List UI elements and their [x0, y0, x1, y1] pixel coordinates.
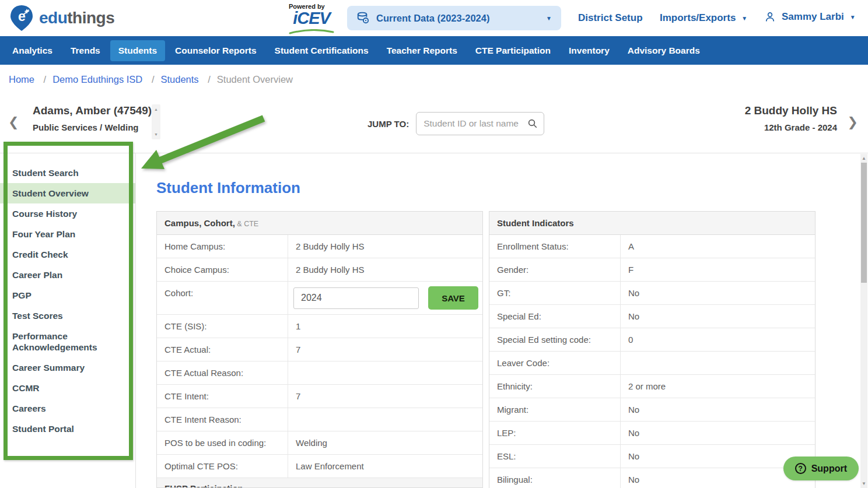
- student-identity: Adams, Amber (47549) Public Services / W…: [33, 104, 152, 132]
- dataset-selector[interactable]: Current Data (2023-2024) ▼: [347, 6, 561, 30]
- table-row: CTE Actual: 7: [157, 338, 482, 361]
- row-value: [288, 361, 482, 384]
- imports-exports-menu[interactable]: Imports/Exports ▼: [660, 12, 747, 24]
- sidebar-item[interactable]: Career Summary: [0, 357, 135, 378]
- student-search-input[interactable]: [424, 118, 527, 129]
- row-label: CTE Actual Reason:: [157, 361, 288, 384]
- breadcrumb-separator: /: [44, 74, 47, 85]
- cohort-edit-cell: SAVE: [288, 282, 484, 314]
- row-label: LEP:: [489, 422, 621, 444]
- support-button[interactable]: ? Support: [783, 457, 859, 480]
- table-row: POS to be used in coding: Welding: [157, 431, 482, 455]
- scroll-up-icon[interactable]: ▲: [860, 156, 867, 161]
- page-scrollbar[interactable]: ▲ ▼: [860, 154, 867, 488]
- table-row: Enrollment Status: A: [489, 235, 815, 258]
- breadcrumb-item[interactable]: Home: [9, 74, 34, 85]
- table-row: CTE Actual Reason:: [157, 361, 482, 385]
- table-row: ESL: No: [489, 445, 815, 468]
- eduthings-logo[interactable]: e eduthings: [9, 5, 114, 31]
- scroll-up-icon[interactable]: ▲: [152, 107, 160, 111]
- breadcrumb-item[interactable]: Demo Eduthings ISD: [52, 74, 142, 85]
- sidebar-item[interactable]: Student Portal: [0, 419, 135, 439]
- previous-student-button[interactable]: ❮: [8, 116, 19, 129]
- row-value: F: [621, 258, 815, 281]
- nav-tab[interactable]: Advisory Boards: [620, 40, 708, 61]
- icev-swoosh: [289, 29, 334, 34]
- table-row: Choice Campus: 2 Buddy Holly HS: [157, 258, 482, 282]
- sidebar-item[interactable]: Student Search: [0, 163, 135, 183]
- row-value: [621, 352, 815, 374]
- campus-cohort-table-header: Campus, Cohort, & CTE: [157, 212, 482, 235]
- sidebar-item[interactable]: Careers: [0, 398, 135, 419]
- sidebar-item[interactable]: Four Year Plan: [0, 224, 135, 244]
- content-area: Student Search Student Overview Course H…: [0, 153, 868, 488]
- sidebar-item[interactable]: Career Plan: [0, 265, 135, 285]
- eduthings-pin-icon: e: [9, 5, 34, 31]
- breadcrumb-item[interactable]: Students: [160, 74, 198, 85]
- scroll-down-icon[interactable]: ▼: [152, 132, 160, 136]
- search-icon[interactable]: [527, 118, 538, 129]
- row-label: Enrollment Status:: [489, 235, 621, 258]
- nav-tab[interactable]: CTE Participation: [467, 40, 559, 61]
- breadcrumb-separator: /: [208, 74, 211, 85]
- sidebar-item[interactable]: Performance Acknowledgements: [0, 326, 135, 357]
- row-value: No: [621, 305, 815, 328]
- row-value: 1: [288, 315, 482, 338]
- table-row: Gender: F: [489, 258, 815, 282]
- district-setup-link[interactable]: District Setup: [578, 12, 643, 24]
- save-button[interactable]: SAVE: [428, 286, 478, 310]
- user-name: Sammy Larbi: [782, 11, 844, 23]
- chevron-down-icon: ▼: [850, 14, 856, 20]
- student-list-scrollbar[interactable]: ▲ ▼: [152, 104, 160, 139]
- scroll-down-icon[interactable]: ▼: [860, 481, 867, 486]
- sidebar-item[interactable]: CCMR: [0, 378, 135, 398]
- primary-nav: Analytics Trends Students Counselor Repo…: [0, 36, 868, 65]
- row-value: 2 Buddy Holly HS: [288, 235, 482, 258]
- table-header-subtitle: & CTE: [235, 220, 258, 228]
- nav-tab[interactable]: Teacher Reports: [379, 40, 466, 61]
- row-value: [288, 408, 482, 431]
- sidebar-item[interactable]: Student Overview: [0, 183, 135, 203]
- breadcrumb-separator: /: [152, 74, 155, 85]
- row-label: CTE Intent Reason:: [157, 408, 288, 431]
- nav-tab[interactable]: Students: [110, 40, 165, 61]
- table-header-title: Campus, Cohort,: [164, 218, 235, 228]
- svg-text:e: e: [18, 9, 26, 24]
- sidebar-item[interactable]: Course History: [0, 203, 135, 224]
- next-student-button[interactable]: ❯: [848, 116, 858, 129]
- brand-wordmark: eduthings: [39, 9, 114, 27]
- icev-logo: iCEV: [285, 10, 338, 27]
- cohort-input[interactable]: [293, 287, 419, 309]
- campus-grade: 12th Grade - 2024: [745, 122, 837, 132]
- row-label: Home Campus:: [157, 235, 288, 258]
- row-value: No: [621, 398, 815, 421]
- nav-tab[interactable]: Inventory: [561, 40, 618, 61]
- sidebar-item[interactable]: Test Scores: [0, 306, 135, 326]
- nav-tab[interactable]: Analytics: [4, 40, 61, 61]
- nav-tab[interactable]: Counselor Reports: [167, 40, 265, 61]
- row-label: Gender:: [489, 258, 621, 281]
- row-label: Ethnicity:: [489, 375, 621, 398]
- sidebar-item[interactable]: PGP: [0, 285, 135, 306]
- row-label: Bilingual:: [489, 468, 621, 488]
- nav-tab[interactable]: Trends: [62, 40, 108, 61]
- chevron-down-icon: ▼: [741, 15, 747, 22]
- row-value: 2 Buddy Holly HS: [288, 258, 482, 281]
- row-value: 2 or more: [621, 375, 815, 398]
- row-label: Migrant:: [489, 398, 621, 421]
- table-row: Optimal CTE POS: Law Enforcement: [157, 455, 482, 478]
- row-value: No: [621, 422, 815, 444]
- user-menu[interactable]: Sammy Larbi ▼: [764, 11, 856, 23]
- campus-rows-bottom: CTE (SIS): 1 CTE Actual: 7 CTE Actual Re…: [157, 315, 482, 478]
- row-label: Optimal CTE POS:: [157, 455, 288, 478]
- nav-tab[interactable]: Student Certifications: [267, 40, 377, 61]
- main-panel: Student Information Campus, Cohort, & CT…: [136, 153, 868, 488]
- scrollbar-thumb[interactable]: [861, 163, 867, 283]
- breadcrumb: Home / Demo Eduthings ISD / Students / S…: [0, 65, 868, 94]
- table-row: GT: No: [489, 282, 815, 305]
- campus-rows-top: Home Campus: 2 Buddy Holly HS Choice Cam…: [157, 235, 482, 282]
- breadcrumb-segment: Home /: [9, 74, 52, 85]
- table-row: CTE Intent: 7: [157, 385, 482, 408]
- student-search-box[interactable]: [416, 112, 544, 135]
- sidebar-item[interactable]: Credit Check: [0, 244, 135, 265]
